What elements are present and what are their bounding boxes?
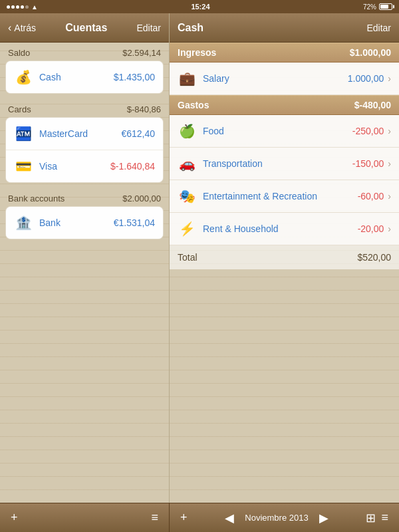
left-add-button[interactable]: + xyxy=(11,511,18,525)
entertainment-chevron-icon: › xyxy=(388,191,391,201)
transportation-icon: 🚗 xyxy=(178,154,196,173)
current-month-label: Noviembre 2013 xyxy=(245,513,308,523)
left-panel-title: Cuentas xyxy=(65,22,107,34)
back-button[interactable]: ‹ Atrás xyxy=(8,22,36,34)
visa-row[interactable]: 💳 Visa $-1.640,84 xyxy=(6,150,163,182)
status-bar-left: ▲ xyxy=(7,3,38,11)
cash-icon: 💰 xyxy=(14,68,33,86)
food-chevron-icon: › xyxy=(388,126,391,136)
visa-amount: $-1.640,84 xyxy=(110,161,155,172)
saldo-amount: $2.594,14 xyxy=(122,48,161,58)
bank-label: Bank accounts xyxy=(8,194,65,203)
signal-icon xyxy=(7,5,29,9)
toolbar-left: + ≡ xyxy=(0,503,170,532)
saldo-label: Saldo xyxy=(8,48,30,58)
ingresos-title: Ingresos xyxy=(178,47,216,58)
status-time: 15:24 xyxy=(191,3,209,11)
back-chevron-icon: ‹ xyxy=(8,22,11,34)
right-panel-title: Cash xyxy=(178,22,203,34)
transportation-chevron-icon: › xyxy=(388,158,391,169)
mastercard-icon: 🏧 xyxy=(14,124,33,143)
rent-icon: ⚡ xyxy=(178,219,196,238)
bank-account-item: 🏦 Bank €1.531,04 xyxy=(5,206,164,239)
transportation-amount: -150,00 xyxy=(352,158,384,169)
left-content: Saldo $2.594,14 💰 Cash $1.435,00 Cards $… xyxy=(0,43,169,503)
toolbar-right: + ◀ Noviembre 2013 ▶ ⊞ ≡ xyxy=(170,503,399,532)
mastercard-row[interactable]: 🏧 MasterCard €612,40 xyxy=(6,118,163,150)
visa-name: Visa xyxy=(39,161,110,172)
right-content: Ingresos $1.000,00 💼 Salary 1.000,00 › G… xyxy=(170,43,399,503)
list-view-icon[interactable]: ≡ xyxy=(381,511,388,525)
food-amount: -250,00 xyxy=(352,126,384,136)
bank-row[interactable]: 🏦 Bank €1.531,04 xyxy=(6,207,163,239)
entertainment-icon: 🎭 xyxy=(178,187,196,205)
rent-name: Rent & Household xyxy=(203,223,358,234)
wifi-icon: ▲ xyxy=(31,3,38,11)
cash-name: Cash xyxy=(39,72,114,82)
gastos-amount: $-480,00 xyxy=(354,100,391,110)
rent-row[interactable]: ⚡ Rent & Household -20,00 › xyxy=(170,213,399,245)
food-row[interactable]: 🍏 Food -250,00 › xyxy=(170,115,399,148)
saldo-section: Saldo $2.594,14 xyxy=(0,43,169,61)
transportation-name: Transportation xyxy=(203,158,352,169)
bank-icon: 🏦 xyxy=(14,213,33,232)
entertainment-row[interactable]: 🎭 Entertainment & Recreation -60,00 › xyxy=(170,180,399,213)
salary-name: Salary xyxy=(203,73,348,84)
right-edit-button[interactable]: Editar xyxy=(366,23,391,33)
gastos-title: Gastos xyxy=(178,100,209,110)
prev-month-button[interactable]: ◀ xyxy=(225,511,234,525)
cards-label: Cards xyxy=(8,104,31,114)
mastercard-amount: €612,40 xyxy=(121,128,155,139)
visa-icon: 💳 xyxy=(14,157,33,176)
salary-amount: 1.000,00 xyxy=(348,73,384,84)
battery-percent: 72% xyxy=(363,3,376,11)
right-add-button[interactable]: + xyxy=(180,511,188,525)
bank-name: Bank xyxy=(39,217,114,228)
ingresos-amount: $1.000,00 xyxy=(350,47,391,58)
cash-account-item: 💰 Cash $1.435,00 xyxy=(5,61,164,94)
cash-amount: $1.435,00 xyxy=(114,72,155,82)
toolbar-view-icons: ⊞ ≡ xyxy=(366,511,388,525)
transportation-row[interactable]: 🚗 Transportation -150,00 › xyxy=(170,148,399,180)
total-label: Total xyxy=(178,252,198,263)
gastos-section-header: Gastos $-480,00 xyxy=(170,95,399,115)
food-icon: 🍏 xyxy=(178,122,196,140)
cards-section: Cards $-840,86 xyxy=(0,99,169,117)
salary-chevron-icon: › xyxy=(388,73,391,84)
right-panel: Cash Editar Ingresos $1.000,00 💼 Salary … xyxy=(170,13,399,503)
rent-chevron-icon: › xyxy=(388,223,391,234)
bottom-toolbar: + ≡ + ◀ Noviembre 2013 ▶ ⊞ ≡ xyxy=(0,503,399,532)
ingresos-section-header: Ingresos $1.000,00 xyxy=(170,43,399,63)
bank-total-amount: $2.000,00 xyxy=(122,194,161,203)
total-amount: $520,00 xyxy=(357,252,391,263)
left-panel: ‹ Atrás Cuentas Editar Saldo $2.594,14 💰… xyxy=(0,13,170,503)
cards-amount: $-840,86 xyxy=(127,104,161,114)
right-header: Cash Editar xyxy=(170,13,399,43)
next-month-button[interactable]: ▶ xyxy=(319,511,329,525)
bank-section: Bank accounts $2.000,00 xyxy=(0,188,169,206)
total-row: Total $520,00 xyxy=(170,245,399,269)
entertainment-amount: -60,00 xyxy=(358,191,384,201)
main-content: ‹ Atrás Cuentas Editar Saldo $2.594,14 💰… xyxy=(0,13,399,503)
left-edit-button[interactable]: Editar xyxy=(136,23,161,33)
rent-amount: -20,00 xyxy=(358,223,384,234)
back-label: Atrás xyxy=(14,23,36,33)
battery-icon xyxy=(379,3,392,10)
cards-account-item: 🏧 MasterCard €612,40 💳 Visa $-1.640,84 xyxy=(5,117,164,183)
left-header: ‹ Atrás Cuentas Editar xyxy=(0,13,169,43)
food-name: Food xyxy=(203,126,352,136)
bank-amount: €1.531,04 xyxy=(114,217,155,228)
toolbar-nav: ◀ Noviembre 2013 ▶ xyxy=(225,511,328,525)
entertainment-name: Entertainment & Recreation xyxy=(203,191,358,201)
grid-view-icon[interactable]: ⊞ xyxy=(366,511,376,525)
salary-icon: 💼 xyxy=(178,69,196,88)
mastercard-name: MasterCard xyxy=(39,128,121,139)
status-bar-right: 72% xyxy=(363,3,392,11)
left-list-icon[interactable]: ≡ xyxy=(151,511,158,525)
salary-row[interactable]: 💼 Salary 1.000,00 › xyxy=(170,63,399,95)
cash-row[interactable]: 💰 Cash $1.435,00 xyxy=(6,61,163,93)
status-bar: ▲ 15:24 72% xyxy=(0,0,399,13)
